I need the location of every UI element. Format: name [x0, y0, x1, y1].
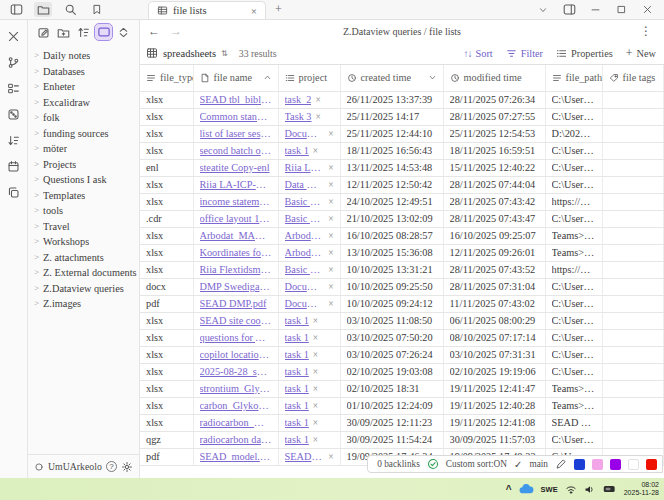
hidden-icons-chevron-icon[interactable]: ^: [506, 484, 512, 495]
remove-project-icon[interactable]: ×: [313, 350, 318, 360]
cell-created-time[interactable]: 26/11/2025 13:37:39: [340, 91, 443, 108]
folder-plus-icon[interactable]: [55, 24, 72, 40]
cell-file-tags[interactable]: [602, 125, 664, 142]
cell-project[interactable]: Docume…×: [278, 125, 340, 142]
cell-file-name[interactable]: 2025-08-28_sead_sites_e: [193, 363, 278, 380]
folder-item-z-images[interactable]: >Z.images: [28, 296, 139, 312]
cell-modified-time[interactable]: 03/10/2025 07:31:31: [443, 346, 545, 363]
project-link[interactable]: Arbodat…: [285, 230, 325, 241]
cell-file-type[interactable]: xlsx: [140, 142, 193, 159]
cell-file-name-link[interactable]: office layout 1-4598.cdr: [200, 213, 272, 224]
remove-project-icon[interactable]: ×: [328, 299, 333, 309]
folder-item-m-ter[interactable]: >möter: [28, 141, 139, 157]
cell-file-path[interactable]: C:\Users\r…: [545, 312, 602, 329]
cell-file-type[interactable]: xlsx: [140, 414, 193, 431]
cell-file-tags[interactable]: [602, 210, 664, 227]
view-selector[interactable]: spreadsheets ⇅: [146, 47, 227, 59]
cell-created-time[interactable]: 21/10/2025 13:02:09: [340, 210, 443, 227]
pencil-icon[interactable]: [555, 458, 567, 470]
custom-sort-status[interactable]: Custom sort:ON: [446, 459, 507, 469]
cell-modified-time[interactable]: 30/09/2025 11:57:03: [443, 431, 545, 448]
column-header-file-tags[interactable]: file tags: [602, 65, 664, 91]
help-button[interactable]: ?: [106, 461, 117, 472]
sort-asc-icon[interactable]: [75, 24, 92, 40]
cell-modified-time[interactable]: 06/11/2025 08:00:29: [443, 312, 545, 329]
cell-file-path[interactable]: Teams>Ta…: [545, 227, 602, 244]
project-link[interactable]: task 1: [285, 417, 309, 428]
cell-file-path[interactable]: C:\Users\r…: [545, 346, 602, 363]
cell-project[interactable]: task 1×: [278, 312, 340, 329]
cell-file-name[interactable]: radiocarbon_Glykou_etal: [193, 414, 278, 431]
cell-modified-time[interactable]: 28/11/2025 07:43:42: [443, 193, 545, 210]
cell-file-name-link[interactable]: Riia LA-ICP-MS data for: [200, 179, 272, 190]
remove-project-icon[interactable]: ×: [313, 333, 318, 343]
git-branch-status[interactable]: main: [529, 459, 548, 469]
cell-file-type[interactable]: xlsx: [140, 227, 193, 244]
cell-file-name[interactable]: Riia LA-ICP-MS data for: [193, 176, 278, 193]
dice-icon[interactable]: [5, 106, 23, 122]
cell-file-path[interactable]: Teams>Ta…: [545, 380, 602, 397]
folder-item-daily-notes[interactable]: >Daily notes: [28, 48, 139, 64]
cell-file-type[interactable]: .cdr: [140, 210, 193, 227]
folder-item-z-dataview-queries[interactable]: >Z.Dataview queries: [28, 281, 139, 297]
column-header-modified-time[interactable]: modified time: [443, 65, 545, 91]
project-link[interactable]: Basic ad…: [285, 213, 325, 224]
remove-project-icon[interactable]: ×: [313, 384, 318, 394]
cell-project[interactable]: task 1×: [278, 363, 340, 380]
remove-project-icon[interactable]: ×: [313, 435, 318, 445]
cell-created-time[interactable]: 30/09/2025 12:11:23: [340, 414, 443, 431]
cell-file-name[interactable]: copilot locations xlsx: [193, 346, 278, 363]
cell-file-name-link[interactable]: carbon_Glykou_etal_202: [200, 400, 272, 411]
wifi-icon[interactable]: [565, 484, 577, 495]
cell-file-name-link[interactable]: second batch of questions: [200, 145, 272, 156]
project-link[interactable]: task_2: [285, 94, 312, 105]
cell-file-type[interactable]: xlsx: [140, 244, 193, 261]
cell-project[interactable]: SEAD_…×: [278, 448, 340, 465]
cell-created-time[interactable]: 10/10/2025 13:31:21: [340, 261, 443, 278]
cell-created-time[interactable]: 16/10/2025 08:28:57: [340, 227, 443, 244]
cell-modified-time[interactable]: 28/11/2025 07:43:47: [443, 210, 545, 227]
remove-project-icon[interactable]: ×: [328, 265, 333, 275]
cell-project[interactable]: Arbodat…×: [278, 244, 340, 261]
project-link[interactable]: task 1: [285, 315, 309, 326]
cell-file-name[interactable]: Common standard ontolog: [193, 108, 278, 125]
cell-created-time[interactable]: 13/11/2025 14:53:48: [340, 159, 443, 176]
remove-project-icon[interactable]: ×: [328, 129, 333, 139]
onedrive-cloud-icon[interactable]: [519, 484, 534, 495]
remove-project-icon[interactable]: ×: [328, 282, 333, 292]
search-button[interactable]: [61, 2, 79, 17]
git-branch-icon[interactable]: [5, 54, 23, 70]
bookmarks-button[interactable]: [88, 2, 106, 17]
folder-item-folk[interactable]: >folk: [28, 110, 139, 126]
cell-created-time[interactable]: 24/10/2025 12:49:51: [340, 193, 443, 210]
folder-item-z-external-documents[interactable]: >Z. External documents: [28, 265, 139, 281]
cell-file-type[interactable]: pdf: [140, 295, 193, 312]
project-link[interactable]: Docume…: [285, 298, 325, 309]
cell-modified-time[interactable]: 28/11/2025 07:26:34: [443, 91, 545, 108]
cell-project[interactable]: Docume…×: [278, 278, 340, 295]
cell-file-name-link[interactable]: Riia Flextidsmall 202_ xl: [200, 264, 272, 275]
cards-icon[interactable]: [5, 80, 23, 96]
vault-name[interactable]: UmUArkeolo…: [48, 461, 102, 472]
cell-file-tags[interactable]: [602, 108, 664, 125]
cell-file-tags[interactable]: [602, 159, 664, 176]
cell-project[interactable]: Docume…×: [278, 295, 340, 312]
column-header-project[interactable]: project: [278, 65, 340, 91]
column-header-file-name[interactable]: file name: [193, 65, 278, 91]
cell-file-name-link[interactable]: copilot locations xlsx: [200, 349, 272, 360]
project-link[interactable]: task 1: [285, 349, 309, 360]
cell-file-type[interactable]: xlsx: [140, 108, 193, 125]
column-header-file_type[interactable]: file_type: [140, 65, 193, 91]
cell-file-name[interactable]: income statements summa: [193, 193, 278, 210]
project-link[interactable]: task 1: [285, 145, 309, 156]
remove-project-icon[interactable]: ×: [328, 180, 333, 190]
cell-file-type[interactable]: xlsx: [140, 397, 193, 414]
cell-modified-time[interactable]: 25/11/2025 12:54:53: [443, 125, 545, 142]
project-link[interactable]: task 1: [285, 332, 309, 343]
cell-file-type[interactable]: xlsx: [140, 380, 193, 397]
cell-file-name[interactable]: Arbodat_MAL_Elena_ing: [193, 227, 278, 244]
tab-close-icon[interactable]: ×: [251, 5, 257, 17]
cell-project[interactable]: task 1×: [278, 380, 340, 397]
properties-button[interactable]: Properties: [556, 48, 613, 59]
folder-item-z-attachments[interactable]: >Z. attachments: [28, 250, 139, 266]
